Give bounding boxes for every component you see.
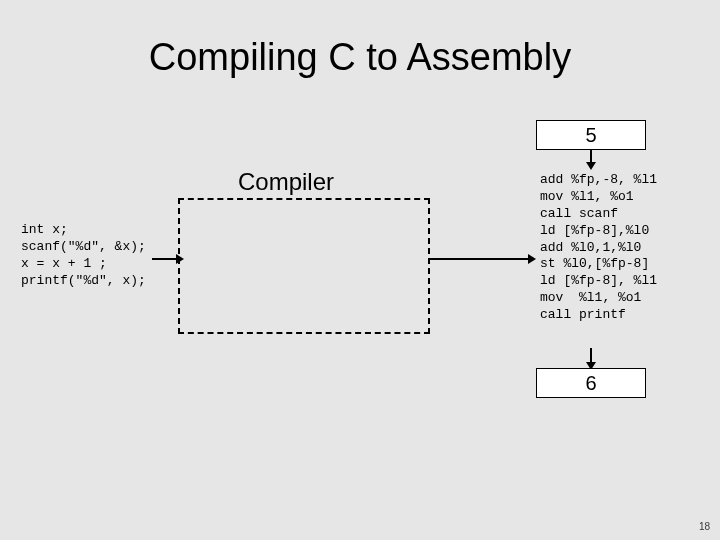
assembly-code: add %fp,-8, %l1 mov %l1, %o1 call scanf …	[540, 172, 657, 324]
c-source-code: int x; scanf("%d", &x); x = x + 1 ; prin…	[21, 222, 146, 290]
input-box: 5	[536, 120, 646, 150]
arrow-input-to-asm	[590, 150, 592, 164]
input-value: 5	[585, 124, 596, 147]
page-title: Compiling C to Assembly	[0, 36, 720, 79]
arrow-asm-to-output	[590, 348, 592, 364]
output-value: 6	[585, 372, 596, 395]
arrow-compiler-to-asm	[430, 258, 530, 260]
compiler-label: Compiler	[238, 168, 334, 196]
output-box: 6	[536, 368, 646, 398]
compiler-box	[178, 198, 430, 334]
arrow-c-to-compiler	[152, 258, 178, 260]
page-number: 18	[699, 521, 710, 532]
